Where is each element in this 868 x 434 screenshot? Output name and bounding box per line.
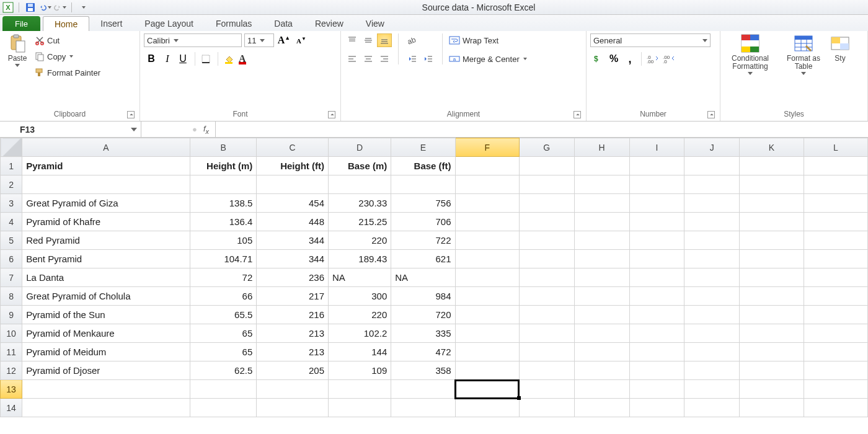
cell-E8[interactable]: 984	[391, 287, 455, 306]
row-header[interactable]: 6	[1, 250, 22, 268]
cell-E13[interactable]	[391, 380, 455, 399]
cell-A6[interactable]: Bent Pyramid	[22, 250, 190, 268]
cell-K8[interactable]	[740, 287, 804, 306]
row-header[interactable]: 5	[1, 231, 22, 250]
col-header-I[interactable]: I	[629, 138, 684, 157]
cell-H9[interactable]	[574, 306, 629, 324]
row-header[interactable]: 12	[1, 361, 22, 380]
cell-K7[interactable]	[740, 268, 804, 287]
col-header-K[interactable]: K	[740, 138, 804, 157]
alignment-dialog-launcher[interactable]	[574, 111, 581, 118]
cell-E4[interactable]: 706	[391, 213, 455, 231]
cell-A3[interactable]: Great Pyramid of Giza	[22, 194, 190, 213]
cell-H5[interactable]	[574, 231, 629, 250]
cell-A10[interactable]: Pyramid of Menkaure	[22, 324, 190, 343]
cell-J12[interactable]	[684, 361, 740, 380]
cell-B2[interactable]	[190, 175, 256, 194]
cell-L13[interactable]	[804, 380, 867, 399]
font-dialog-launcher[interactable]	[328, 111, 335, 118]
cell-C3[interactable]: 454	[257, 194, 329, 213]
cell-F10[interactable]	[455, 324, 519, 343]
customize-qat-button[interactable]	[77, 2, 89, 13]
select-all-corner[interactable]	[1, 138, 22, 157]
cell-B9[interactable]: 65.5	[190, 306, 256, 324]
increase-font-icon[interactable]: A▲	[277, 33, 291, 47]
align-bottom-icon[interactable]	[377, 33, 392, 47]
cell-L6[interactable]	[804, 250, 867, 268]
file-tab[interactable]: File	[2, 16, 40, 31]
cell-G5[interactable]	[519, 231, 574, 250]
col-header-B[interactable]: B	[190, 138, 256, 157]
cell-L10[interactable]	[804, 324, 867, 343]
cell-C11[interactable]: 213	[257, 343, 329, 361]
cell-D11[interactable]: 144	[329, 343, 391, 361]
cell-D1[interactable]: Base (m)	[329, 157, 391, 175]
cell-F9[interactable]	[455, 306, 519, 324]
cell-I3[interactable]	[629, 194, 684, 213]
row-header[interactable]: 11	[1, 343, 22, 361]
cell-F11[interactable]	[455, 343, 519, 361]
save-button[interactable]	[24, 2, 37, 13]
number-dialog-launcher[interactable]	[707, 111, 715, 118]
cell-A14[interactable]	[22, 399, 190, 417]
cell-J13[interactable]	[684, 380, 740, 399]
cell-A1[interactable]: Pyramid	[22, 157, 190, 175]
cell-G1[interactable]	[519, 157, 574, 175]
cell-K10[interactable]	[740, 324, 804, 343]
cell-H1[interactable]	[574, 157, 629, 175]
cell-J6[interactable]	[684, 250, 740, 268]
cell-K11[interactable]	[740, 343, 804, 361]
align-left-icon[interactable]	[345, 52, 360, 66]
cell-I1[interactable]	[629, 157, 684, 175]
cell-E1[interactable]: Base (ft)	[391, 157, 455, 175]
cell-E14[interactable]	[391, 399, 455, 417]
bold-button[interactable]: B	[144, 52, 159, 66]
row-header[interactable]: 14	[1, 399, 22, 417]
cell-A9[interactable]: Pyramid of the Sun	[22, 306, 190, 324]
cell-G4[interactable]	[519, 213, 574, 231]
cell-H10[interactable]	[574, 324, 629, 343]
cell-K1[interactable]	[740, 157, 804, 175]
row-header[interactable]: 3	[1, 194, 22, 213]
cell-E11[interactable]: 472	[391, 343, 455, 361]
cell-G2[interactable]	[519, 175, 574, 194]
name-box-dropdown-icon[interactable]	[131, 128, 137, 131]
cell-J1[interactable]	[684, 157, 740, 175]
cell-C9[interactable]: 216	[257, 306, 329, 324]
cell-D2[interactable]	[329, 175, 391, 194]
cell-B10[interactable]: 65	[190, 324, 256, 343]
cell-J14[interactable]	[684, 399, 740, 417]
font-name-dropdown[interactable]: Calibri	[144, 33, 242, 47]
cell-E9[interactable]: 720	[391, 306, 455, 324]
font-color-button[interactable]: A	[238, 52, 253, 66]
format-painter-button[interactable]: Format Painter	[35, 66, 100, 79]
cell-F2[interactable]	[455, 175, 519, 194]
cell-A4[interactable]: Pyramid of Khafre	[22, 213, 190, 231]
cell-G9[interactable]	[519, 306, 574, 324]
cell-L3[interactable]	[804, 194, 867, 213]
cell-C12[interactable]: 205	[257, 361, 329, 380]
cell-F1[interactable]	[455, 157, 519, 175]
col-header-L[interactable]: L	[804, 138, 867, 157]
cell-K5[interactable]	[740, 231, 804, 250]
row-header[interactable]: 2	[1, 175, 22, 194]
cell-J5[interactable]	[684, 231, 740, 250]
col-header-H[interactable]: H	[574, 138, 629, 157]
cell-E3[interactable]: 756	[391, 194, 455, 213]
cell-G10[interactable]	[519, 324, 574, 343]
cell-H13[interactable]	[574, 380, 629, 399]
tab-page-layout[interactable]: Page Layout	[133, 16, 205, 31]
cell-L5[interactable]	[804, 231, 867, 250]
cell-F4[interactable]	[455, 213, 519, 231]
cut-button[interactable]: Cut	[35, 33, 100, 47]
cell-F6[interactable]	[455, 250, 519, 268]
cell-J10[interactable]	[684, 324, 740, 343]
cell-A13[interactable]	[22, 380, 190, 399]
cell-D13[interactable]	[329, 380, 391, 399]
cell-B6[interactable]: 104.71	[190, 250, 256, 268]
cell-A8[interactable]: Great Pyramid of Cholula	[22, 287, 190, 306]
row-header[interactable]: 7	[1, 268, 22, 287]
align-top-icon[interactable]	[345, 33, 360, 47]
underline-button[interactable]: U	[176, 52, 191, 66]
undo-button[interactable]	[39, 2, 51, 13]
